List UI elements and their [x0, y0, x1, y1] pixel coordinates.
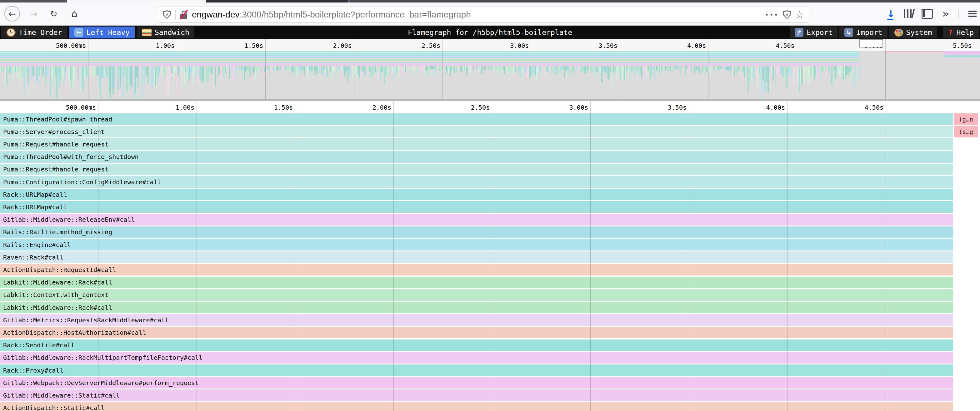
- flamegraph-rows: Puma::ThreadPool#spawn_threadPuma::Serve…: [0, 113, 980, 411]
- gridline: [708, 40, 708, 99]
- url-bar[interactable]: v engwan-dev:3000/h5bp/html5-boilerplate…: [158, 6, 810, 23]
- tick-label: 2.00s: [305, 42, 352, 49]
- downloads-button[interactable]: ↓: [887, 8, 895, 19]
- frame-label: Labkit::Middleware::Rack#call: [0, 304, 112, 311]
- flamegraph-gc-frame[interactable]: (g…n: [954, 113, 978, 125]
- system-button[interactable]: System: [889, 27, 937, 38]
- gridline: [98, 101, 99, 411]
- flamegraph-frame[interactable]: Puma::ThreadPool#spawn_thread: [0, 113, 953, 125]
- frame-label: Labkit::Middleware::Rack#call: [0, 279, 112, 286]
- frame-label: Labkit::Context.with_context: [0, 291, 108, 298]
- library-icon[interactable]: [904, 10, 912, 18]
- minimap-depth-spikes: [0, 66, 980, 99]
- tick-label: 3.00s: [541, 104, 588, 111]
- active-tab-top: [67, 0, 206, 3]
- flamegraph-frame[interactable]: Rack::URLMap#call: [0, 201, 953, 213]
- flamegraph-frame[interactable]: Gitlab::Middleware::Static#call: [0, 389, 953, 401]
- browser-tabstrip[interactable]: [0, 0, 980, 3]
- flamegraph-frame[interactable]: Puma::ThreadPool#with_force_shutdown: [0, 151, 953, 163]
- page-actions-icon[interactable]: •••: [765, 11, 779, 18]
- toolbar-actions: ExportImportSystemHelp: [790, 25, 979, 40]
- insecure-lock-icon[interactable]: [180, 10, 188, 19]
- tab-sandwich[interactable]: Sandwich: [137, 27, 194, 38]
- overflow-chevrons-icon[interactable]: »: [942, 10, 949, 18]
- url-text[interactable]: engwan-dev:3000/h5bp/html5-boilerplate?p…: [192, 10, 760, 20]
- flamegraph-time-axis: [0, 101, 980, 113]
- flamegraph-frame[interactable]: ActionDispatch::Static#call: [0, 402, 953, 411]
- flamegraph-frame[interactable]: Raven::Rack#call: [0, 251, 953, 263]
- minimap-viewport-box[interactable]: [859, 40, 883, 48]
- frame-label: Gitlab::Middleware::RackMultipartTempfil…: [0, 354, 202, 361]
- tick-label: 500.00ms: [49, 104, 96, 111]
- minimap[interactable]: 500.00ms1.00s1.50s2.00s2.50s3.00s3.50s4.…: [0, 40, 980, 99]
- flamegraph-frame[interactable]: Rails::Engine#call: [0, 239, 953, 251]
- flamegraph-frame[interactable]: Rack::URLMap#call: [0, 189, 953, 200]
- flamegraph-frame[interactable]: Labkit::Middleware::Rack#call: [0, 277, 953, 288]
- forward-button[interactable]: →: [27, 3, 41, 25]
- flamegraph-frame[interactable]: Rack::Sendfile#call: [0, 340, 953, 351]
- tab-divider: [348, 0, 349, 3]
- flamegraph-frame[interactable]: Puma::Server#process_client: [0, 126, 953, 137]
- frame-label: Rails::Railtie.method_missing: [0, 228, 112, 236]
- view-mode-tabs: Time OrderLeft HeavySandwich: [1, 25, 194, 40]
- minimap-stack-band: [0, 51, 859, 66]
- action-label: System: [906, 29, 932, 36]
- import-button[interactable]: Import: [839, 27, 887, 38]
- back-icon: ←: [5, 6, 20, 22]
- help-button[interactable]: Help: [943, 27, 979, 38]
- minimap-content[interactable]: [0, 51, 980, 99]
- flamegraph-frame[interactable]: Puma::Configuration::ConfigMiddleware#ca…: [0, 176, 953, 188]
- tick-label: 3.00s: [482, 42, 529, 49]
- flamegraph-frame[interactable]: Rack::Proxy#call: [0, 365, 953, 376]
- flamegraph-gc-frame[interactable]: (s…g: [954, 126, 978, 137]
- gridline: [265, 40, 266, 99]
- tab-segment: [206, 0, 348, 3]
- tab-label: Sandwich: [155, 29, 189, 36]
- frame-label: Rails::Engine#call: [0, 241, 71, 249]
- flamegraph-view[interactable]: Puma::ThreadPool#spawn_threadPuma::Serve…: [0, 101, 980, 411]
- tracking-protection-icon[interactable]: v: [163, 10, 170, 19]
- tick-label: 2.00s: [344, 104, 391, 111]
- frame-label: ActionDispatch::HostAuthorization#call: [0, 329, 146, 336]
- frame-label: Rack::Sendfile#call: [0, 341, 75, 349]
- frame-label: Puma::Request#handle_request: [0, 141, 108, 148]
- bookmark-star-icon[interactable]: ☆: [795, 9, 804, 21]
- flamegraph-frame[interactable]: Puma::Request#handle_request: [0, 138, 953, 150]
- reload-icon: ↻: [50, 9, 57, 19]
- frame-label: Rack::URLMap#call: [0, 191, 67, 198]
- gridline: [177, 40, 177, 99]
- flamegraph-frame[interactable]: Gitlab::Middleware::ReleaseEnv#call: [0, 214, 953, 225]
- back-button[interactable]: ←: [5, 3, 20, 25]
- flamegraph-frame[interactable]: Labkit::Middleware::Rack#call: [0, 302, 953, 313]
- sidebar-icon[interactable]: [921, 9, 933, 19]
- flamegraph-frame[interactable]: Gitlab::Webpack::DevServerMiddleware#per…: [0, 377, 953, 389]
- flamegraph-frame[interactable]: ActionDispatch::HostAuthorization#call: [0, 327, 953, 338]
- menu-hamburger-icon[interactable]: [969, 11, 977, 17]
- tab-left-heavy[interactable]: Left Heavy: [69, 27, 134, 38]
- tab-label: Time Order: [19, 29, 62, 36]
- flamegraph-frame[interactable]: Rails::Railtie.method_missing: [0, 227, 953, 238]
- minimap-gc-frame2: [944, 55, 980, 57]
- tab-time-order[interactable]: Time Order: [1, 27, 67, 38]
- export-button[interactable]: Export: [790, 27, 837, 38]
- gridline: [492, 101, 492, 411]
- frame-label: Gitlab::Middleware::Static#call: [0, 392, 120, 399]
- flamegraph-frame[interactable]: Labkit::Context.with_context: [0, 289, 953, 301]
- frame-label: Gitlab::Metrics::RequestsRackMiddleware#…: [0, 316, 169, 324]
- flamegraph-frame[interactable]: Gitlab::Middleware::RackMultipartTempfil…: [0, 352, 953, 363]
- frame-label: Puma::Configuration::ConfigMiddleware#ca…: [0, 178, 161, 186]
- shield-check-icon[interactable]: v: [783, 10, 791, 19]
- import-icon: [845, 28, 853, 37]
- flamegraph-frame[interactable]: Puma::Request#handle_request: [0, 163, 953, 175]
- reload-button[interactable]: ↻: [47, 3, 60, 25]
- export-icon: [795, 28, 803, 37]
- gridline: [354, 40, 355, 99]
- flamegraph-frame[interactable]: Gitlab::Metrics::RequestsRackMiddleware#…: [0, 314, 953, 326]
- home-button[interactable]: ⌂: [67, 3, 81, 25]
- flamegraph-frame[interactable]: ActionDispatch::RequestId#call: [0, 264, 953, 275]
- tick-label: 3.50s: [640, 104, 687, 111]
- tick-label: 2.50s: [443, 104, 490, 111]
- tab-label: Left Heavy: [86, 29, 129, 36]
- tick-label: 1.00s: [148, 104, 194, 111]
- gridline: [886, 101, 886, 411]
